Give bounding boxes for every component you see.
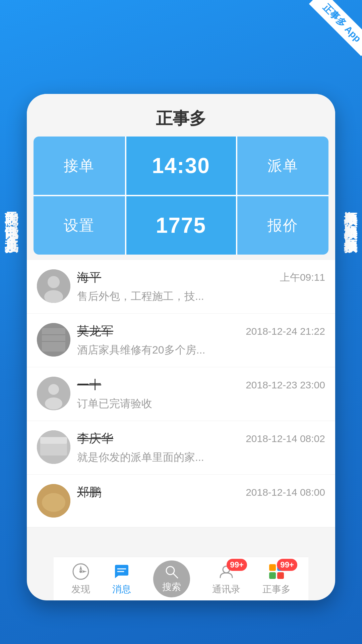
- ribbon: 正事多 App: [288, 0, 362, 74]
- settings-button[interactable]: 设置: [34, 196, 125, 255]
- avatar: [37, 377, 70, 410]
- message-item[interactable]: 郑鹏 2018-12-14 08:00: [27, 475, 335, 527]
- message-timestamp: 2018-12-14 08:00: [246, 487, 325, 498]
- message-preview: 酒店家具维修有20多个房...: [77, 343, 325, 358]
- right-label-3: 顺便接单: [339, 221, 362, 235]
- svg-rect-27: [277, 572, 284, 579]
- phone-app-title: 正事多: [34, 107, 328, 130]
- tab-label: 正事多: [262, 583, 291, 596]
- svg-rect-4: [42, 328, 65, 352]
- accept-order-button[interactable]: 接单: [34, 137, 125, 195]
- left-label-chat: 能聊天: [0, 195, 23, 208]
- message-content: 一十 2018-12-23 23:00 订单已完请验收: [77, 377, 325, 411]
- tab-zhengshiduo[interactable]: 正事多 99+: [262, 562, 291, 596]
- left-label-meet: 直接见单: [0, 221, 23, 235]
- contact-name: 郑鹏: [77, 484, 101, 500]
- contact-name: 李庆华: [77, 430, 113, 447]
- right-label-1: 顺手接单: [339, 195, 362, 208]
- svg-rect-24: [269, 564, 276, 571]
- tab-label: 消息: [112, 583, 131, 596]
- contact-name: 一十: [77, 377, 101, 393]
- svg-rect-12: [40, 437, 67, 444]
- compass-icon: [71, 562, 90, 581]
- message-item[interactable]: 莫龙军 2018-12-24 21:22 酒店家具维修有20多个房...: [27, 314, 335, 367]
- svg-point-14: [42, 493, 65, 512]
- contacts-badge: 99+: [227, 559, 247, 571]
- tab-label: 搜索: [162, 581, 181, 593]
- tab-search[interactable]: 搜索: [153, 560, 190, 597]
- tab-discover[interactable]: 发现: [71, 562, 90, 596]
- message-list: 海平 上午09:11 售后外包，工程施工，技...: [27, 260, 335, 527]
- svg-marker-18: [82, 570, 87, 573]
- avatar: [37, 430, 70, 464]
- tab-bar: 发现 消息 搜索: [54, 557, 308, 600]
- message-item[interactable]: 李庆华 2018-12-14 08:02 就是你发的派单里面的家...: [27, 421, 335, 475]
- message-content: 郑鹏 2018-12-14 08:00: [77, 484, 325, 504]
- right-label-2: 顺路接单: [339, 208, 362, 221]
- svg-point-16: [79, 570, 82, 573]
- ribbon-text: 正事多 App: [309, 0, 362, 56]
- svg-marker-17: [79, 566, 82, 570]
- message-content: 李庆华 2018-12-14 08:02 就是你发的派单里面的家...: [77, 430, 325, 465]
- message-content: 海平 上午09:11 售后外包，工程施工，技...: [77, 269, 325, 304]
- message-preview: 订单已完请验收: [77, 396, 325, 411]
- contact-name: 海平: [77, 269, 101, 286]
- left-feature-labels: 能聊天 能电话 直接见单: [0, 195, 23, 235]
- message-timestamp: 2018-12-24 21:22: [246, 326, 325, 337]
- contact-name: 莫龙军: [77, 323, 113, 339]
- tab-messages[interactable]: 消息: [112, 562, 131, 596]
- search-button[interactable]: 搜索: [153, 560, 190, 597]
- message-preview: 就是你发的派单里面的家...: [77, 450, 325, 465]
- svg-point-1: [48, 276, 60, 288]
- message-timestamp: 2018-12-23 23:00: [246, 379, 325, 391]
- message-item[interactable]: 一十 2018-12-23 23:00 订单已完请验收: [27, 367, 335, 421]
- svg-point-8: [48, 384, 59, 395]
- message-preview: 售后外包，工程施工，技...: [77, 289, 325, 304]
- avatar: [37, 484, 70, 518]
- message-timestamp: 2018-12-14 08:02: [246, 433, 325, 444]
- svg-rect-26: [269, 572, 276, 579]
- message-content: 莫龙军 2018-12-24 21:22 酒店家具维修有20多个房...: [77, 323, 325, 358]
- message-item[interactable]: 海平 上午09:11 售后外包，工程施工，技...: [27, 260, 335, 314]
- right-feature-labels: 顺手接单 顺路接单 顺便接单: [339, 195, 362, 235]
- left-label-phone: 能电话: [0, 208, 23, 221]
- phone-header: 正事多: [27, 94, 335, 137]
- message-timestamp: 上午09:11: [280, 271, 325, 284]
- tab-contacts[interactable]: 通讯录 99+: [212, 562, 240, 596]
- svg-point-9: [45, 397, 62, 410]
- tab-label: 通讯录: [212, 583, 240, 596]
- time-display: 14:30: [126, 137, 236, 195]
- avatar: [37, 269, 70, 303]
- action-grid: 接单 14:30 派单 设置 1775 报价: [34, 137, 328, 255]
- count-display: 1775: [126, 196, 236, 255]
- dispatch-order-button[interactable]: 派单: [237, 137, 329, 195]
- tab-label: 发现: [71, 583, 90, 596]
- message-icon: [112, 562, 131, 581]
- app-badge: 99+: [277, 559, 297, 571]
- quote-button[interactable]: 报价: [237, 196, 329, 255]
- phone-mockup: 正事多 接单 14:30 派单 设置 1775 报价: [27, 94, 335, 600]
- svg-line-22: [173, 574, 178, 578]
- avatar: [37, 323, 70, 357]
